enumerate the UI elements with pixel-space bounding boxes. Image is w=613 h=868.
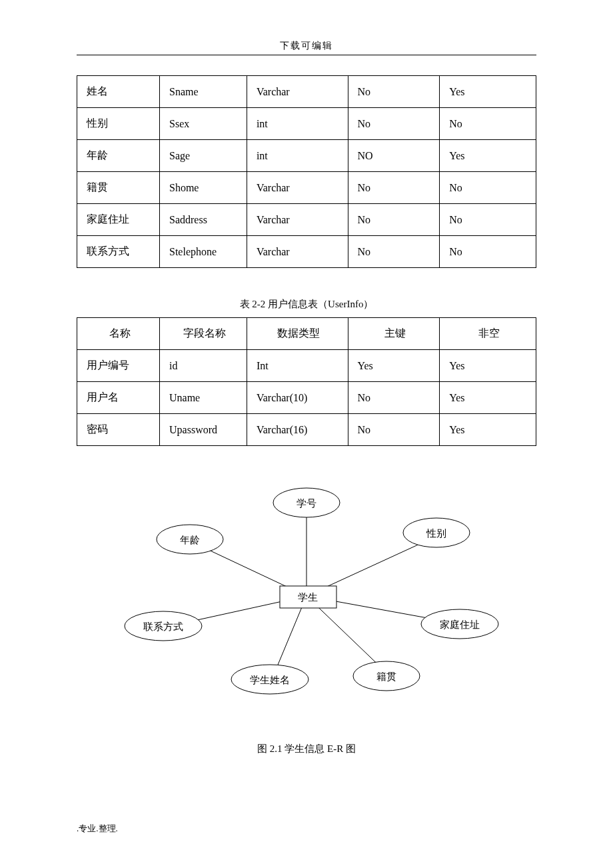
table-row: 年龄SageintNOYes bbox=[77, 140, 536, 172]
table-cell: Yes bbox=[440, 140, 536, 172]
table-cell: Yes bbox=[440, 76, 536, 108]
page-header: 下载可编辑 bbox=[77, 40, 536, 52]
table-cell: 用户编号 bbox=[77, 350, 160, 382]
table-cell: No bbox=[348, 414, 440, 446]
table-cell: Int bbox=[247, 350, 348, 382]
table-cell: Varchar(10) bbox=[247, 382, 348, 414]
header-divider bbox=[77, 55, 536, 55]
page-footer: .专业.整理. bbox=[77, 823, 118, 835]
table-cell: 年龄 bbox=[77, 140, 160, 172]
erd-attribute-label: 年龄 bbox=[180, 535, 200, 545]
erd-attribute-label: 学生姓名 bbox=[250, 675, 290, 685]
table-row: 用户编号idIntYesYes bbox=[77, 350, 536, 382]
table-cell: Varchar bbox=[247, 236, 348, 268]
table-cell: No bbox=[440, 204, 536, 236]
erd-entity-label: 学生 bbox=[298, 592, 318, 603]
table-row: 家庭住址SaddressVarcharNoNo bbox=[77, 204, 536, 236]
table2-header-type: 数据类型 bbox=[247, 318, 348, 350]
table-cell: No bbox=[348, 172, 440, 204]
table-cell: No bbox=[440, 108, 536, 140]
table-cell: 籍贯 bbox=[77, 172, 160, 204]
erd-attribute-label: 学号 bbox=[297, 498, 316, 509]
table-cell: 用户名 bbox=[77, 382, 160, 414]
table-row: 用户名UnameVarchar(10)NoYes bbox=[77, 382, 536, 414]
table-row: 联系方式StelephoneVarcharNoNo bbox=[77, 236, 536, 268]
table-cell: Varchar bbox=[247, 76, 348, 108]
table-cell: 联系方式 bbox=[77, 236, 160, 268]
table-cell: No bbox=[348, 382, 440, 414]
erd-attribute-label: 联系方式 bbox=[143, 621, 183, 632]
table-cell: Ssex bbox=[160, 108, 247, 140]
table-cell: Varchar bbox=[247, 204, 348, 236]
table-cell: Saddress bbox=[160, 204, 247, 236]
table-cell: Yes bbox=[348, 350, 440, 382]
table-cell: No bbox=[348, 108, 440, 140]
table-cell: No bbox=[440, 172, 536, 204]
table-row: 姓名SnameVarcharNoYes bbox=[77, 76, 536, 108]
table-cell: int bbox=[247, 108, 348, 140]
table-cell: Varchar bbox=[247, 172, 348, 204]
table-cell: Stelephone bbox=[160, 236, 247, 268]
table2-header-notnull: 非空 bbox=[440, 318, 536, 350]
table-cell: Sage bbox=[160, 140, 247, 172]
table-cell: Yes bbox=[440, 350, 536, 382]
table-cell: Upassword bbox=[160, 414, 247, 446]
table2-caption: 表 2-2 用户信息表（UserInfo） bbox=[77, 298, 536, 311]
table-cell: No bbox=[348, 76, 440, 108]
er-diagram: 学生 学号 性别 家庭住址 籍贯 学生姓名 联系方式 年龄 bbox=[77, 476, 536, 729]
erd-attribute-label: 籍贯 bbox=[376, 671, 396, 682]
table-cell: NO bbox=[348, 140, 440, 172]
table2-header-name: 名称 bbox=[77, 318, 160, 350]
table-cell: No bbox=[348, 236, 440, 268]
table-cell: int bbox=[247, 140, 348, 172]
diagram-caption: 图 2.1 学生信息 E-R 图 bbox=[77, 743, 536, 755]
table-cell: Shome bbox=[160, 172, 247, 204]
erd-attribute-label: 家庭住址 bbox=[440, 619, 480, 630]
table2-header-pk: 主键 bbox=[348, 318, 440, 350]
student-info-table: 姓名SnameVarcharNoYes性别SsexintNoNo年龄Sagein… bbox=[77, 75, 536, 268]
table-cell: Sname bbox=[160, 76, 247, 108]
table-cell: 性别 bbox=[77, 108, 160, 140]
erd-attribute-label: 性别 bbox=[426, 528, 446, 539]
table-cell: Uname bbox=[160, 382, 247, 414]
table-cell: Varchar(16) bbox=[247, 414, 348, 446]
table-cell: id bbox=[160, 350, 247, 382]
table2-header-field: 字段名称 bbox=[160, 318, 247, 350]
user-info-table: 名称 字段名称 数据类型 主键 非空 用户编号idIntYesYes用户名Una… bbox=[77, 317, 536, 446]
table-cell: Yes bbox=[440, 414, 536, 446]
table-cell: No bbox=[440, 236, 536, 268]
table-row: 密码UpasswordVarchar(16)NoYes bbox=[77, 414, 536, 446]
table-row: 性别SsexintNoNo bbox=[77, 108, 536, 140]
table-cell: 姓名 bbox=[77, 76, 160, 108]
table-cell: 家庭住址 bbox=[77, 204, 160, 236]
table-cell: No bbox=[348, 204, 440, 236]
table-row: 籍贯ShomeVarcharNoNo bbox=[77, 172, 536, 204]
table-cell: 密码 bbox=[77, 414, 160, 446]
table-cell: Yes bbox=[440, 382, 536, 414]
